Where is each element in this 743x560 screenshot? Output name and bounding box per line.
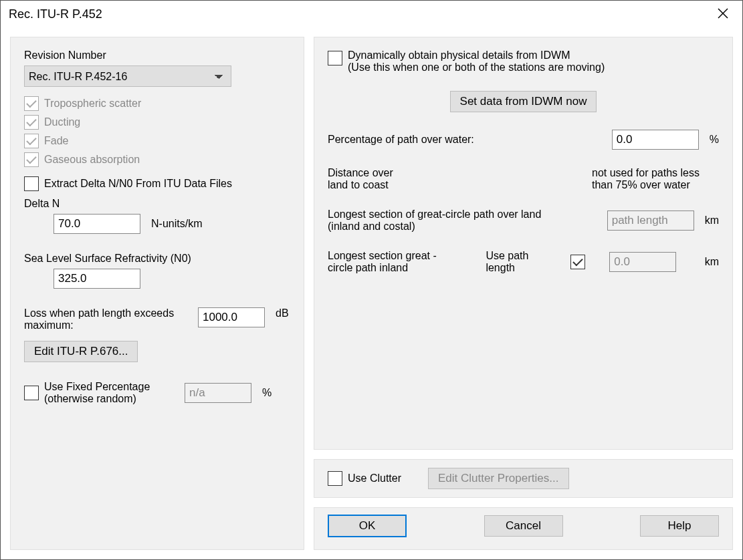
checkbox-icon (24, 386, 39, 400)
gaseous-absorption-checkbox: Gaseous absorption (24, 152, 290, 167)
help-button[interactable]: Help (640, 515, 719, 537)
use-clutter-checkbox[interactable]: Use Clutter (328, 471, 401, 486)
use-clutter-label: Use Clutter (348, 472, 401, 484)
n0-label: Sea Level Surface Refractivity (N0) (24, 253, 290, 265)
pct-water-label: Percentage of path over water: (328, 134, 474, 146)
cancel-button[interactable]: Cancel (484, 515, 563, 537)
checkbox-icon (24, 115, 39, 130)
loss-unit: dB (276, 307, 289, 319)
ducting-checkbox: Ducting (24, 115, 290, 130)
fixed-percentage-unit: % (262, 387, 272, 399)
extract-delta-n-label: Extract Delta N/N0 From ITU Data Files (44, 178, 232, 190)
checkbox-icon (24, 152, 39, 167)
loss-input[interactable] (198, 307, 265, 327)
delta-n-unit: N-units/km (151, 218, 202, 230)
km-unit-2: km (705, 256, 719, 268)
checkbox-icon (24, 176, 39, 191)
dynamic-idwm-checkbox[interactable]: Dynamically obtain physical details from… (328, 49, 719, 74)
dialog-body: Revision Number Rec. ITU-R P.452-16 Trop… (1, 27, 742, 559)
revision-number-label: Revision Number (24, 49, 290, 61)
longest-inland-label: Longest section great -circle path inlan… (328, 250, 461, 274)
checkbox-icon (328, 51, 342, 65)
tropospheric-scatter-label: Tropospheric scatter (44, 98, 141, 110)
gaseous-absorption-label: Gaseous absorption (44, 154, 140, 166)
checkbox-icon (24, 96, 39, 111)
right-column: Dynamically obtain physical details from… (314, 37, 733, 550)
window-title: Rec. ITU-R P.452 (9, 7, 102, 21)
clutter-panel: Use Clutter Edit Clutter Properties... (314, 459, 733, 498)
edit-clutter-button: Edit Clutter Properties... (428, 468, 568, 489)
dynamic-idwm-sublabel: (Use this when one or both of the statio… (348, 61, 605, 74)
use-fixed-percentage-checkbox[interactable]: Use Fixed Percentage (otherwise random) (24, 381, 178, 405)
edit-p676-button[interactable]: Edit ITU-R P.676... (24, 341, 138, 362)
title-bar: Rec. ITU-R P.452 (1, 1, 742, 27)
dialog-window: Rec. ITU-R P.452 Revision Number Rec. IT… (0, 0, 743, 560)
use-path-length-checkbox[interactable] (570, 255, 585, 269)
ducting-label: Ducting (44, 116, 80, 128)
checkbox-icon (328, 471, 342, 486)
pct-water-unit: % (710, 134, 719, 146)
delta-n-label: Delta N (24, 198, 290, 210)
fade-label: Fade (44, 135, 68, 147)
longest-over-land-input (607, 211, 694, 231)
extract-delta-n-checkbox[interactable]: Extract Delta N/N0 From ITU Data Files (24, 176, 290, 191)
checkbox-icon (24, 134, 39, 148)
longest-inland-input (609, 252, 676, 272)
button-panel: OK Cancel Help (314, 507, 733, 550)
fade-checkbox: Fade (24, 134, 290, 148)
ok-button[interactable]: OK (328, 515, 407, 537)
close-button[interactable] (710, 3, 736, 25)
use-path-length-label: Use path length (486, 250, 546, 274)
loss-label: Loss when path length exceeds maximum: (24, 307, 191, 331)
use-fixed-percentage-label: Use Fixed Percentage (otherwise random) (44, 381, 178, 405)
tropospheric-scatter-checkbox: Tropospheric scatter (24, 96, 290, 111)
close-icon (717, 7, 729, 19)
revision-number-dropdown[interactable]: Rec. ITU-R P.452-16 (24, 65, 231, 87)
km-unit-1: km (705, 215, 719, 227)
left-panel: Revision Number Rec. ITU-R P.452-16 Trop… (10, 37, 304, 550)
pct-water-input[interactable] (612, 130, 699, 150)
right-top-panel: Dynamically obtain physical details from… (314, 37, 733, 450)
checkbox-icon (570, 255, 585, 269)
fixed-percentage-input (185, 383, 251, 403)
dynamic-idwm-label: Dynamically obtain physical details from… (348, 49, 605, 61)
n0-input[interactable] (54, 269, 140, 289)
longest-over-land-label: Longest section of great-circle path ove… (328, 208, 548, 233)
distance-coast-note: not used for paths less than 75% over wa… (592, 167, 719, 191)
delta-n-input[interactable] (54, 214, 140, 234)
distance-coast-label: Distance over land to coast (328, 167, 393, 191)
set-idwm-button[interactable]: Set data from IDWM now (450, 91, 597, 112)
